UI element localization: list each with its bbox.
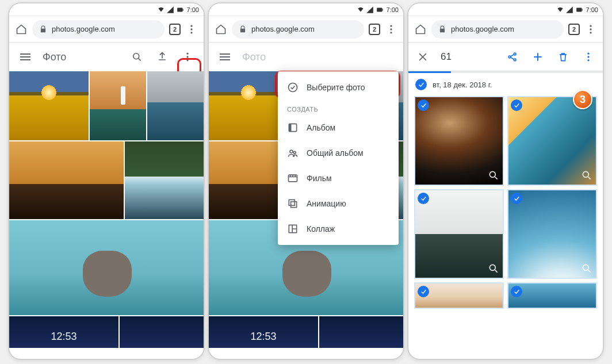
tab-count[interactable]: 2 — [169, 24, 181, 35]
shared-album-icon — [287, 147, 299, 159]
check-icon — [418, 193, 429, 204]
svg-point-13 — [390, 28, 392, 30]
photo-thumbnail[interactable] — [147, 71, 204, 140]
status-bar: 7:00 — [9, 3, 204, 16]
photo-grid — [9, 71, 204, 348]
magnify-icon[interactable] — [488, 170, 499, 181]
svg-point-41 — [583, 265, 588, 270]
app-title: Фото — [40, 51, 122, 63]
tab-count[interactable]: 2 — [568, 24, 580, 35]
svg-point-37 — [583, 171, 588, 177]
lock-icon — [239, 25, 247, 33]
trash-icon[interactable] — [552, 46, 574, 68]
search-icon[interactable] — [127, 47, 147, 67]
selected-photo[interactable] — [414, 282, 504, 309]
check-icon — [418, 99, 429, 111]
photo-thumbnail[interactable] — [9, 71, 89, 140]
svg-point-26 — [590, 25, 591, 26]
wifi-icon — [157, 6, 165, 14]
svg-point-27 — [590, 28, 591, 30]
svg-point-33 — [587, 56, 589, 58]
browser-more-icon[interactable] — [584, 23, 597, 36]
selected-photo[interactable] — [507, 189, 597, 279]
menu-label: Анимацию — [307, 199, 346, 208]
photo-thumbnail[interactable] — [120, 316, 204, 348]
selected-photo[interactable] — [414, 189, 504, 279]
svg-point-12 — [390, 25, 392, 26]
svg-rect-10 — [377, 7, 382, 12]
home-icon[interactable] — [215, 23, 227, 36]
clock-text: 7:00 — [187, 6, 199, 13]
svg-point-7 — [186, 53, 188, 55]
photo-thumbnail[interactable] — [209, 316, 318, 348]
tutorial-three-screens: 7:00 photos.google.com 2 Фото 1 — [0, 0, 612, 364]
magnify-icon[interactable] — [488, 263, 499, 274]
url-bar[interactable]: photos.google.com — [32, 20, 165, 39]
phone-screen-2: 7:00 photos.google.com 2 Фото — [209, 3, 403, 359]
menu-create-collage[interactable]: Коллаж — [278, 216, 399, 242]
magnify-icon[interactable] — [581, 170, 592, 181]
svg-rect-17 — [289, 124, 291, 131]
check-icon — [511, 193, 522, 204]
share-icon[interactable] — [502, 46, 523, 68]
close-icon[interactable] — [412, 46, 434, 68]
selected-photo[interactable] — [414, 96, 504, 186]
menu-create-animation[interactable]: Анимацию — [278, 191, 399, 216]
hamburger-icon[interactable] — [215, 47, 235, 67]
svg-point-31 — [514, 59, 516, 61]
svg-line-36 — [495, 177, 498, 179]
url-text: photos.google.com — [251, 25, 315, 33]
hamburger-icon[interactable] — [15, 47, 36, 67]
selection-count: 61 — [437, 51, 498, 63]
svg-point-35 — [489, 171, 495, 177]
svg-point-5 — [133, 53, 139, 59]
status-bar: 7:00 — [209, 3, 403, 16]
check-icon — [511, 99, 522, 111]
svg-line-40 — [495, 270, 498, 273]
add-icon[interactable] — [527, 46, 549, 68]
photo-thumbnail[interactable] — [9, 316, 118, 348]
phone-screen-1: 7:00 photos.google.com 2 Фото 1 — [9, 3, 204, 359]
signal-icon — [166, 6, 174, 14]
upload-icon[interactable] — [152, 47, 173, 67]
wifi-icon — [556, 6, 564, 14]
photo-thumbnail[interactable] — [209, 71, 288, 140]
menu-create-shared-album[interactable]: Общий альбом — [278, 140, 399, 166]
check-icon — [418, 286, 429, 297]
selected-photo[interactable] — [507, 96, 597, 186]
menu-label: Выберите фото — [307, 83, 365, 92]
svg-point-39 — [489, 265, 495, 270]
browser-more-icon[interactable] — [385, 23, 397, 36]
svg-rect-21 — [291, 202, 297, 208]
photo-thumbnail[interactable] — [9, 141, 124, 219]
svg-rect-22 — [289, 200, 294, 205]
url-bar[interactable]: photos.google.com — [232, 20, 364, 39]
app-more-icon[interactable] — [177, 47, 198, 67]
menu-label: Общий альбом — [307, 148, 364, 158]
photo-thumbnail[interactable] — [125, 141, 204, 219]
selected-photo[interactable] — [507, 282, 597, 309]
menu-select-photo[interactable]: Выберите фото — [278, 75, 399, 100]
svg-point-32 — [587, 52, 589, 54]
url-bar[interactable]: photos.google.com — [431, 20, 564, 39]
check-circle-icon — [287, 82, 299, 93]
selection-toolbar: 61 — [408, 43, 603, 71]
home-icon[interactable] — [15, 23, 28, 36]
magnify-icon[interactable] — [581, 263, 592, 274]
menu-create-album[interactable]: Альбом — [278, 115, 399, 140]
svg-point-14 — [390, 32, 392, 33]
overflow-menu: Выберите фото СОЗДАТЬ Альбом Общий альбо… — [278, 71, 399, 245]
thumbnail-grid — [408, 96, 603, 309]
date-header[interactable]: вт, 18 дек. 2018 г. — [408, 73, 603, 96]
photo-thumbnail[interactable] — [9, 220, 204, 315]
app-title: Фото — [240, 51, 397, 63]
photo-thumbnail[interactable] — [319, 316, 403, 348]
battery-icon — [175, 6, 186, 14]
browser-more-icon[interactable] — [185, 23, 198, 36]
selection-more-icon[interactable] — [577, 46, 599, 68]
tab-count[interactable]: 2 — [369, 24, 380, 35]
menu-create-movie[interactable]: Фильм — [278, 166, 399, 191]
photo-thumbnail[interactable] — [90, 71, 146, 140]
collage-icon — [287, 223, 299, 235]
home-icon[interactable] — [414, 23, 427, 36]
